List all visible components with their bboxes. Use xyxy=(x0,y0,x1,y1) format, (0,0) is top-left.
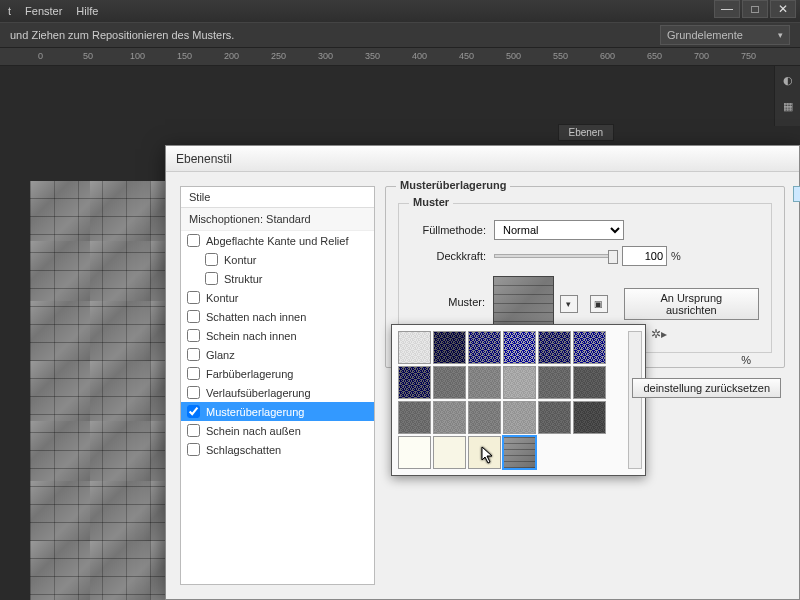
style-checkbox[interactable] xyxy=(187,367,200,380)
style-item[interactable]: Schein nach innen xyxy=(181,326,374,345)
style-item[interactable]: Farbüberlagerung xyxy=(181,364,374,383)
style-item[interactable]: Abgeflachte Kante und Relief xyxy=(181,231,374,250)
pattern-cell[interactable] xyxy=(433,331,466,364)
dialog-ok-peek[interactable] xyxy=(793,186,800,202)
pattern-cell[interactable] xyxy=(433,401,466,434)
style-item[interactable]: Schein nach außen xyxy=(181,421,374,440)
dialog-title: Ebenenstil xyxy=(166,146,799,172)
style-label: Schatten nach innen xyxy=(206,311,306,323)
styles-header[interactable]: Stile xyxy=(181,187,374,208)
reset-default-button[interactable]: deinstellung zurücksetzen xyxy=(632,378,781,398)
menubar: t Fenster Hilfe — □ ✕ xyxy=(0,0,800,22)
style-label: Schein nach außen xyxy=(206,425,301,437)
pattern-cell[interactable] xyxy=(398,401,431,434)
document-canvas[interactable] xyxy=(30,181,165,600)
inner-title: Muster xyxy=(409,196,453,208)
pattern-label: Muster: xyxy=(411,296,485,308)
style-item[interactable]: Musterüberlagerung xyxy=(181,402,374,421)
pattern-cell[interactable] xyxy=(503,366,536,399)
pattern-cell[interactable] xyxy=(468,401,501,434)
style-checkbox[interactable] xyxy=(205,272,218,285)
pattern-cell[interactable] xyxy=(573,401,606,434)
style-label: Verlaufsüberlagerung xyxy=(206,387,311,399)
style-checkbox[interactable] xyxy=(187,405,200,418)
style-item[interactable]: Kontur xyxy=(181,250,374,269)
pattern-cell[interactable] xyxy=(538,366,571,399)
preset-dropdown[interactable]: Grundelemente xyxy=(660,25,790,45)
pattern-grid xyxy=(398,331,639,469)
pattern-dropdown-icon[interactable]: ▾ xyxy=(560,295,578,313)
layer-style-dialog: Ebenenstil Stile Mischoptionen: Standard… xyxy=(165,145,800,600)
gear-icon[interactable]: ✲▸ xyxy=(651,327,667,341)
pattern-cell[interactable] xyxy=(573,366,606,399)
window-controls: — □ ✕ xyxy=(712,0,796,18)
percent-label: % xyxy=(671,250,681,262)
style-item[interactable]: Verlaufsüberlagerung xyxy=(181,383,374,402)
style-item[interactable]: Kontur xyxy=(181,288,374,307)
minimize-button[interactable]: — xyxy=(714,0,740,18)
layers-panel-tab[interactable]: Ebenen xyxy=(558,124,614,141)
style-label: Schlagschatten xyxy=(206,444,281,456)
style-label: Struktur xyxy=(224,273,263,285)
style-item[interactable]: Schatten nach innen xyxy=(181,307,374,326)
close-button[interactable]: ✕ xyxy=(770,0,796,18)
pattern-cell[interactable] xyxy=(398,331,431,364)
pattern-cell[interactable] xyxy=(433,366,466,399)
style-label: Abgeflachte Kante und Relief xyxy=(206,235,349,247)
menu-item-hilfe[interactable]: Hilfe xyxy=(76,5,98,17)
pattern-cell[interactable] xyxy=(433,436,466,469)
pattern-cell[interactable] xyxy=(573,331,606,364)
options-bar: und Ziehen zum Repositionieren des Muste… xyxy=(0,22,800,48)
color-wheel-icon[interactable]: ◐ xyxy=(776,68,800,92)
opacity-label: Deckkraft: xyxy=(411,250,486,262)
style-label: Kontur xyxy=(224,254,256,266)
pattern-cell[interactable] xyxy=(468,436,501,469)
menu-item-fenster[interactable]: Fenster xyxy=(25,5,62,17)
ruler-horizontal: 0 50 100 150 200 250 300 350 400 450 500… xyxy=(0,48,800,66)
style-label: Musterüberlagerung xyxy=(206,406,304,418)
pattern-cell[interactable] xyxy=(538,401,571,434)
stray-percent: % xyxy=(741,354,751,366)
style-checkbox[interactable] xyxy=(187,310,200,323)
style-checkbox[interactable] xyxy=(187,443,200,456)
right-dock: ◐ ▦ xyxy=(774,66,800,126)
blend-mode-label: Füllmethode: xyxy=(411,224,486,236)
opacity-slider[interactable] xyxy=(494,254,614,258)
blend-options-header[interactable]: Mischoptionen: Standard xyxy=(181,208,374,231)
style-checkbox[interactable] xyxy=(187,234,200,247)
align-origin-button[interactable]: An Ursprung ausrichten xyxy=(624,288,759,320)
style-list: Stile Mischoptionen: Standard Abgeflacht… xyxy=(180,186,375,585)
pattern-cell[interactable] xyxy=(468,366,501,399)
picker-scrollbar[interactable] xyxy=(628,331,642,469)
texture-preview xyxy=(30,181,165,600)
new-preset-icon[interactable]: ▣ xyxy=(590,295,608,313)
opacity-input[interactable] xyxy=(622,246,667,266)
style-item[interactable]: Glanz xyxy=(181,345,374,364)
style-checkbox[interactable] xyxy=(187,329,200,342)
style-label: Farbüberlagerung xyxy=(206,368,293,380)
style-label: Glanz xyxy=(206,349,235,361)
group-title: Musterüberlagerung xyxy=(396,179,510,191)
style-checkbox[interactable] xyxy=(187,424,200,437)
pattern-cell[interactable] xyxy=(503,331,536,364)
menu-item[interactable]: t xyxy=(8,5,11,17)
blend-mode-select[interactable]: Normal xyxy=(494,220,624,240)
style-checkbox[interactable] xyxy=(187,386,200,399)
style-checkbox[interactable] xyxy=(187,291,200,304)
style-checkbox[interactable] xyxy=(187,348,200,361)
style-label: Kontur xyxy=(206,292,238,304)
swatches-icon[interactable]: ▦ xyxy=(776,94,800,118)
style-item[interactable]: Schlagschatten xyxy=(181,440,374,459)
pattern-cell[interactable] xyxy=(398,366,431,399)
pattern-cell[interactable] xyxy=(398,436,431,469)
style-label: Schein nach innen xyxy=(206,330,297,342)
style-checkbox[interactable] xyxy=(205,253,218,266)
pattern-cell[interactable] xyxy=(538,331,571,364)
pattern-cell[interactable] xyxy=(468,331,501,364)
style-item[interactable]: Struktur xyxy=(181,269,374,288)
params-panel: Musterüberlagerung Muster Füllmethode: N… xyxy=(381,172,799,599)
pattern-cell[interactable] xyxy=(503,401,536,434)
pattern-picker: ✲▸ xyxy=(391,324,646,476)
maximize-button[interactable]: □ xyxy=(742,0,768,18)
pattern-cell-selected[interactable] xyxy=(503,436,536,469)
